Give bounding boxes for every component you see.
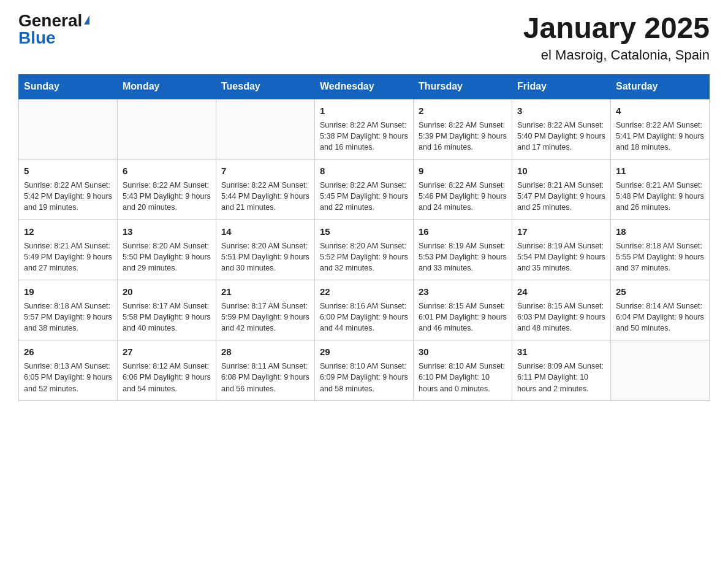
day-info: Sunrise: 8:14 AM Sunset: 6:04 PM Dayligh… xyxy=(616,301,704,334)
calendar-cell: 13Sunrise: 8:20 AM Sunset: 5:50 PM Dayli… xyxy=(118,220,216,280)
calendar-cell: 11Sunrise: 8:21 AM Sunset: 5:48 PM Dayli… xyxy=(611,159,710,220)
weekday-header-friday: Friday xyxy=(512,74,611,99)
day-info: Sunrise: 8:13 AM Sunset: 6:05 PM Dayligh… xyxy=(24,361,112,394)
day-info: Sunrise: 8:21 AM Sunset: 5:47 PM Dayligh… xyxy=(517,180,605,213)
day-number: 8 xyxy=(320,164,408,177)
day-number: 29 xyxy=(320,345,408,358)
calendar-subtitle: el Masroig, Catalonia, Spain xyxy=(523,47,710,63)
calendar-cell: 14Sunrise: 8:20 AM Sunset: 5:51 PM Dayli… xyxy=(216,220,315,280)
calendar-cell: 2Sunrise: 8:22 AM Sunset: 5:39 PM Daylig… xyxy=(414,99,512,159)
day-info: Sunrise: 8:20 AM Sunset: 5:50 PM Dayligh… xyxy=(123,240,211,274)
calendar-cell: 1Sunrise: 8:22 AM Sunset: 5:38 PM Daylig… xyxy=(315,99,414,159)
day-info: Sunrise: 8:22 AM Sunset: 5:41 PM Dayligh… xyxy=(616,120,704,153)
title-block: January 2025 el Masroig, Catalonia, Spai… xyxy=(523,12,710,63)
calendar-cell: 30Sunrise: 8:10 AM Sunset: 6:10 PM Dayli… xyxy=(414,340,512,400)
day-number: 26 xyxy=(24,345,112,358)
calendar-header-row: SundayMondayTuesdayWednesdayThursdayFrid… xyxy=(19,74,710,99)
calendar-week-row: 12Sunrise: 8:21 AM Sunset: 5:49 PM Dayli… xyxy=(19,220,710,280)
day-number: 13 xyxy=(123,225,211,238)
day-info: Sunrise: 8:16 AM Sunset: 6:00 PM Dayligh… xyxy=(320,301,408,334)
day-info: Sunrise: 8:17 AM Sunset: 5:58 PM Dayligh… xyxy=(123,301,211,334)
day-number: 7 xyxy=(221,164,309,177)
calendar-cell: 16Sunrise: 8:19 AM Sunset: 5:53 PM Dayli… xyxy=(414,220,512,280)
page-header: General Blue January 2025 el Masroig, Ca… xyxy=(18,12,710,63)
day-number: 21 xyxy=(221,285,309,298)
day-info: Sunrise: 8:10 AM Sunset: 6:10 PM Dayligh… xyxy=(419,361,507,394)
day-info: Sunrise: 8:09 AM Sunset: 6:11 PM Dayligh… xyxy=(517,361,605,394)
day-info: Sunrise: 8:19 AM Sunset: 5:54 PM Dayligh… xyxy=(517,240,605,274)
day-number: 2 xyxy=(419,104,507,117)
day-info: Sunrise: 8:17 AM Sunset: 5:59 PM Dayligh… xyxy=(221,301,309,334)
logo-triangle-icon xyxy=(84,15,89,25)
day-number: 4 xyxy=(616,104,704,117)
logo: General Blue xyxy=(18,12,89,47)
calendar-cell: 20Sunrise: 8:17 AM Sunset: 5:58 PM Dayli… xyxy=(118,280,216,340)
calendar-table: SundayMondayTuesdayWednesdayThursdayFrid… xyxy=(18,74,710,401)
calendar-cell: 28Sunrise: 8:11 AM Sunset: 6:08 PM Dayli… xyxy=(216,340,315,400)
day-number: 5 xyxy=(24,164,112,177)
day-number: 19 xyxy=(24,285,112,298)
calendar-cell: 3Sunrise: 8:22 AM Sunset: 5:40 PM Daylig… xyxy=(512,99,611,159)
day-number: 17 xyxy=(517,225,605,238)
day-info: Sunrise: 8:21 AM Sunset: 5:48 PM Dayligh… xyxy=(616,180,704,213)
day-info: Sunrise: 8:22 AM Sunset: 5:44 PM Dayligh… xyxy=(221,180,309,213)
day-number: 6 xyxy=(123,164,211,177)
calendar-cell: 7Sunrise: 8:22 AM Sunset: 5:44 PM Daylig… xyxy=(216,159,315,220)
day-number: 3 xyxy=(517,104,605,117)
day-number: 20 xyxy=(123,285,211,298)
day-info: Sunrise: 8:22 AM Sunset: 5:42 PM Dayligh… xyxy=(24,180,112,213)
weekday-header-sunday: Sunday xyxy=(19,74,118,99)
day-info: Sunrise: 8:22 AM Sunset: 5:38 PM Dayligh… xyxy=(320,120,408,153)
calendar-cell: 18Sunrise: 8:18 AM Sunset: 5:55 PM Dayli… xyxy=(611,220,710,280)
day-info: Sunrise: 8:11 AM Sunset: 6:08 PM Dayligh… xyxy=(221,361,309,394)
day-number: 23 xyxy=(419,285,507,298)
calendar-cell: 22Sunrise: 8:16 AM Sunset: 6:00 PM Dayli… xyxy=(315,280,414,340)
day-number: 30 xyxy=(419,345,507,358)
calendar-cell: 10Sunrise: 8:21 AM Sunset: 5:47 PM Dayli… xyxy=(512,159,611,220)
day-info: Sunrise: 8:18 AM Sunset: 5:55 PM Dayligh… xyxy=(616,240,704,274)
day-number: 24 xyxy=(517,285,605,298)
day-info: Sunrise: 8:10 AM Sunset: 6:09 PM Dayligh… xyxy=(320,361,408,394)
day-number: 25 xyxy=(616,285,704,298)
day-number: 18 xyxy=(616,225,704,238)
calendar-cell: 4Sunrise: 8:22 AM Sunset: 5:41 PM Daylig… xyxy=(611,99,710,159)
day-number: 1 xyxy=(320,104,408,117)
calendar-cell: 5Sunrise: 8:22 AM Sunset: 5:42 PM Daylig… xyxy=(19,159,118,220)
day-info: Sunrise: 8:22 AM Sunset: 5:45 PM Dayligh… xyxy=(320,180,408,213)
day-number: 12 xyxy=(24,225,112,238)
day-info: Sunrise: 8:22 AM Sunset: 5:43 PM Dayligh… xyxy=(123,180,211,213)
calendar-cell: 24Sunrise: 8:15 AM Sunset: 6:03 PM Dayli… xyxy=(512,280,611,340)
calendar-cell: 27Sunrise: 8:12 AM Sunset: 6:06 PM Dayli… xyxy=(118,340,216,400)
day-number: 16 xyxy=(419,225,507,238)
day-info: Sunrise: 8:20 AM Sunset: 5:51 PM Dayligh… xyxy=(221,240,309,274)
calendar-cell: 19Sunrise: 8:18 AM Sunset: 5:57 PM Dayli… xyxy=(19,280,118,340)
weekday-header-monday: Monday xyxy=(118,74,216,99)
weekday-header-wednesday: Wednesday xyxy=(315,74,414,99)
day-info: Sunrise: 8:18 AM Sunset: 5:57 PM Dayligh… xyxy=(24,301,112,334)
calendar-cell: 9Sunrise: 8:22 AM Sunset: 5:46 PM Daylig… xyxy=(414,159,512,220)
day-info: Sunrise: 8:15 AM Sunset: 6:03 PM Dayligh… xyxy=(517,301,605,334)
calendar-week-row: 1Sunrise: 8:22 AM Sunset: 5:38 PM Daylig… xyxy=(19,99,710,159)
calendar-cell: 21Sunrise: 8:17 AM Sunset: 5:59 PM Dayli… xyxy=(216,280,315,340)
calendar-cell: 12Sunrise: 8:21 AM Sunset: 5:49 PM Dayli… xyxy=(19,220,118,280)
day-info: Sunrise: 8:19 AM Sunset: 5:53 PM Dayligh… xyxy=(419,240,507,274)
logo-blue-text: Blue xyxy=(18,28,56,47)
calendar-cell: 26Sunrise: 8:13 AM Sunset: 6:05 PM Dayli… xyxy=(19,340,118,400)
weekday-header-saturday: Saturday xyxy=(611,74,710,99)
weekday-header-tuesday: Tuesday xyxy=(216,74,315,99)
day-info: Sunrise: 8:22 AM Sunset: 5:39 PM Dayligh… xyxy=(419,120,507,153)
day-number: 10 xyxy=(517,164,605,177)
calendar-cell xyxy=(118,99,216,159)
calendar-cell: 6Sunrise: 8:22 AM Sunset: 5:43 PM Daylig… xyxy=(118,159,216,220)
day-info: Sunrise: 8:20 AM Sunset: 5:52 PM Dayligh… xyxy=(320,240,408,274)
calendar-week-row: 26Sunrise: 8:13 AM Sunset: 6:05 PM Dayli… xyxy=(19,340,710,400)
calendar-cell: 25Sunrise: 8:14 AM Sunset: 6:04 PM Dayli… xyxy=(611,280,710,340)
day-number: 9 xyxy=(419,164,507,177)
day-info: Sunrise: 8:12 AM Sunset: 6:06 PM Dayligh… xyxy=(123,361,211,394)
day-info: Sunrise: 8:15 AM Sunset: 6:01 PM Dayligh… xyxy=(419,301,507,334)
logo-general-text: General xyxy=(18,12,82,29)
day-number: 28 xyxy=(221,345,309,358)
day-number: 22 xyxy=(320,285,408,298)
calendar-cell: 31Sunrise: 8:09 AM Sunset: 6:11 PM Dayli… xyxy=(512,340,611,400)
calendar-cell: 17Sunrise: 8:19 AM Sunset: 5:54 PM Dayli… xyxy=(512,220,611,280)
